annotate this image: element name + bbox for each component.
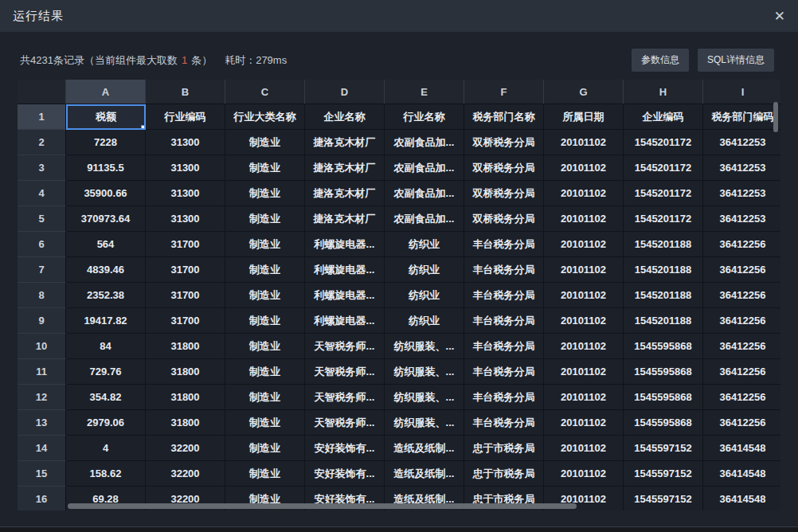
horizontal-scrollbar[interactable] [68,503,577,509]
cell[interactable]: 36412256 [703,308,780,334]
cell[interactable]: 捷洛克木材厂 [305,181,385,206]
corner-cell[interactable] [18,80,66,104]
row-number[interactable]: 9 [18,308,66,334]
cell[interactable]: 31700 [146,283,225,308]
cell[interactable]: 造纸及纸制... [385,461,464,487]
column-header-C[interactable]: C [225,80,305,104]
cell[interactable]: 制造业 [225,232,305,257]
cell[interactable]: 所属日期 [544,104,624,130]
cell[interactable]: 安好装饰有... [305,461,385,487]
column-header-I[interactable]: I [703,80,780,104]
cell[interactable]: 1545597152 [624,461,703,487]
cell[interactable]: 32200 [146,436,225,461]
cell[interactable]: 36412256 [703,334,780,359]
cell[interactable]: 4839.46 [66,257,146,283]
cell[interactable]: 19417.82 [66,308,146,334]
row-number[interactable]: 11 [18,359,66,385]
cell[interactable]: 纺织业 [385,257,464,283]
cell[interactable]: 20101102 [544,257,624,283]
cell[interactable]: 制造业 [225,359,305,385]
row-number[interactable]: 6 [18,232,66,257]
cell[interactable]: 双桥税务分局 [464,155,544,181]
cell[interactable]: 捷洛克木材厂 [305,206,385,232]
cell[interactable]: 36414548 [703,487,780,510]
row-number[interactable]: 1 [18,104,66,130]
cell[interactable]: 1545201172 [624,130,703,155]
cell[interactable]: 1545201172 [624,155,703,181]
cell[interactable]: 20101102 [544,232,624,257]
cell[interactable]: 天智税务师... [305,410,385,436]
cell[interactable]: 1545201188 [624,257,703,283]
row-number[interactable]: 16 [18,487,66,510]
cell[interactable]: 天智税务师... [305,359,385,385]
cell[interactable]: 20101102 [544,436,624,461]
column-header-G[interactable]: G [544,80,624,104]
cell[interactable]: 纺织业 [385,283,464,308]
cell[interactable]: 1545595868 [624,334,703,359]
cell[interactable]: 制造业 [225,257,305,283]
cell[interactable]: 制造业 [225,334,305,359]
cell[interactable]: 31300 [146,206,225,232]
selected-cell[interactable]: 税额 [66,104,146,130]
cell[interactable]: 丰台税务分局 [464,410,544,436]
cell[interactable]: 制造业 [225,283,305,308]
cell[interactable]: 564 [66,232,146,257]
row-number[interactable]: 7 [18,257,66,283]
vertical-scrollbar[interactable] [773,102,778,132]
cell[interactable]: 行业名称 [385,104,464,130]
cell[interactable]: 1545201188 [624,308,703,334]
cell[interactable]: 354.82 [66,385,146,410]
cell[interactable]: 纺织服装、... [385,410,464,436]
cell[interactable]: 丰台税务分局 [464,359,544,385]
cell[interactable]: 丰台税务分局 [464,334,544,359]
cell[interactable]: 7228 [66,130,146,155]
cell[interactable]: 32200 [146,461,225,487]
fill-handle[interactable] [141,125,145,129]
cell[interactable]: 20101102 [544,283,624,308]
cell[interactable]: 20101102 [544,181,624,206]
cell[interactable]: 20101102 [544,155,624,181]
row-number[interactable]: 2 [18,130,66,155]
cell[interactable]: 158.62 [66,461,146,487]
cell[interactable]: 31800 [146,359,225,385]
cell[interactable]: 1545595868 [624,359,703,385]
row-number[interactable]: 8 [18,283,66,308]
cell[interactable]: 农副食品加... [385,206,464,232]
column-header-B[interactable]: B [146,80,225,104]
cell[interactable]: 31300 [146,155,225,181]
cell[interactable]: 1545201188 [624,232,703,257]
row-number[interactable]: 15 [18,461,66,487]
cell[interactable]: 丰台税务分局 [464,308,544,334]
row-number[interactable]: 4 [18,181,66,206]
cell[interactable]: 1545597152 [624,487,703,510]
row-number[interactable]: 13 [18,410,66,436]
cell[interactable]: 2979.06 [66,410,146,436]
cell[interactable]: 安好装饰有... [305,436,385,461]
cell[interactable]: 20101102 [544,410,624,436]
cell[interactable]: 36412256 [703,257,780,283]
cell[interactable]: 农副食品加... [385,130,464,155]
cell[interactable]: 1545595868 [624,385,703,410]
cell[interactable]: 利螺旋电器... [305,232,385,257]
cell[interactable]: 行业大类名称 [225,104,305,130]
cell[interactable]: 20101102 [544,206,624,232]
cell[interactable]: 35900.66 [66,181,146,206]
cell[interactable]: 制造业 [225,461,305,487]
column-header-E[interactable]: E [385,80,464,104]
cell[interactable]: 企业名称 [305,104,385,130]
cell[interactable]: 729.76 [66,359,146,385]
row-number[interactable]: 10 [18,334,66,359]
cell[interactable]: 税务部门名称 [464,104,544,130]
row-number[interactable]: 5 [18,206,66,232]
column-header-A[interactable]: A [66,80,146,104]
cell[interactable]: 36412256 [703,283,780,308]
cell[interactable]: 制造业 [225,155,305,181]
cell[interactable]: 20101102 [544,461,624,487]
cell[interactable]: 制造业 [225,436,305,461]
cell[interactable]: 纺织服装、... [385,385,464,410]
cell[interactable]: 利螺旋电器... [305,283,385,308]
cell[interactable]: 纺织服装、... [385,334,464,359]
cell[interactable]: 利螺旋电器... [305,308,385,334]
cell[interactable]: 31700 [146,232,225,257]
cell[interactable]: 36412253 [703,206,780,232]
